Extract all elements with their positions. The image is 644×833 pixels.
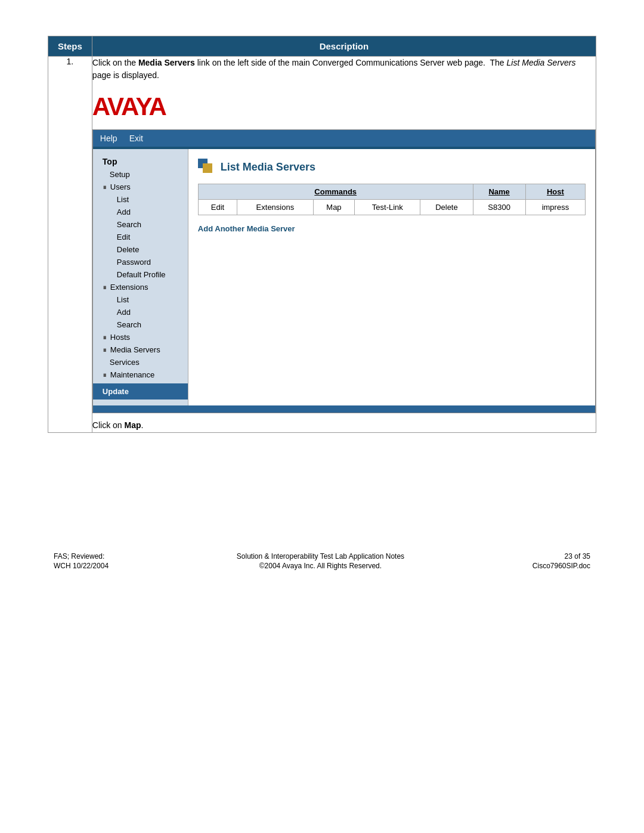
sidebar-item-setup[interactable]: Setup <box>93 168 188 181</box>
footer-right: 23 of 35 Cisco7960SIP.doc <box>532 552 590 570</box>
cmd-extensions[interactable]: Extensions <box>256 203 295 212</box>
commands-header: Commands <box>198 184 473 200</box>
sidebar-item-users[interactable]: ∎ Users <box>93 181 188 193</box>
ccs-footer-strip <box>93 405 595 413</box>
ccs-interface-box: Help Exit Top Setup ∎ <box>92 129 596 413</box>
sidebar-item-top[interactable]: Top <box>93 155 188 168</box>
name-header: Name <box>473 184 525 200</box>
footer-right-line1: 23 of 35 <box>532 552 590 561</box>
sidebar-item-search2[interactable]: Search <box>93 318 188 331</box>
sidebar-item-default-profile[interactable]: Default Profile <box>93 268 188 281</box>
page-wrapper: Steps Description 1. Click on the Media … <box>0 0 644 833</box>
description-header: Description <box>92 36 596 57</box>
menu-exit[interactable]: Exit <box>129 134 143 143</box>
media-servers-bold: Media Servers <box>138 58 195 67</box>
footer-left: FAS; Reviewed: WCH 10/22/2004 <box>54 552 109 570</box>
page-heading: List Media Servers <box>198 159 586 175</box>
steps-header: Steps <box>48 36 92 57</box>
footer-right-line2: Cisco7960SIP.doc <box>532 562 590 570</box>
sidebar-item-media-servers[interactable]: ∎ Media Servers <box>93 343 188 356</box>
menu-bar: Help Exit <box>93 130 595 147</box>
maintenance-toggle-icon: ∎ <box>103 371 107 379</box>
icon-sq2 <box>203 163 212 173</box>
sidebar-item-add2[interactable]: Add <box>93 306 188 318</box>
sidebar-item-list1[interactable]: List <box>93 193 188 206</box>
footer-center-line1: Solution & Interoperability Test Lab App… <box>237 552 404 561</box>
step-number: 1. <box>48 57 92 433</box>
sidebar-item-maintenance[interactable]: ∎ Maintenance <box>93 368 188 381</box>
table-row: Edit Extensions Map Test-Link Delete S83… <box>198 200 585 215</box>
cmd-test-link[interactable]: Test-Link <box>372 203 403 212</box>
map-bold: Map <box>125 420 141 430</box>
menu-help[interactable]: Help <box>100 134 117 143</box>
hosts-toggle-icon: ∎ <box>103 333 107 341</box>
step-description-cell: Click on the Media Servers link on the l… <box>92 57 596 433</box>
media-servers-toggle-icon: ∎ <box>103 346 107 354</box>
sidebar-item-update[interactable]: Update <box>93 383 188 400</box>
list-media-servers-italic: List Media Servers <box>507 58 576 67</box>
sidebar-item-edit1[interactable]: Edit <box>93 231 188 243</box>
sidebar-item-delete1[interactable]: Delete <box>93 243 188 256</box>
page-icon <box>198 159 215 175</box>
footer-center: Solution & Interoperability Test Lab App… <box>237 552 404 570</box>
footer-center-line2: ©2004 Avaya Inc. All Rights Reserved. <box>237 562 404 570</box>
cmd-edit[interactable]: Edit <box>211 203 224 212</box>
sidebar-item-extensions[interactable]: ∎ Extensions <box>93 281 188 293</box>
add-another-link[interactable]: Add Another Media Server <box>198 224 295 233</box>
click-map-paragraph: Click on Map. <box>92 413 596 432</box>
row-host: impress <box>525 200 585 215</box>
cmd-map[interactable]: Map <box>326 203 341 212</box>
sidebar-item-list2[interactable]: List <box>93 293 188 306</box>
avaya-logo: AVAYA <box>92 92 166 121</box>
extensions-toggle-icon: ∎ <box>103 283 107 291</box>
main-panel: List Media Servers Commands Name Host <box>188 149 595 405</box>
footer-left-line2: WCH 10/22/2004 <box>54 562 109 570</box>
sidebar-item-password[interactable]: Password <box>93 256 188 268</box>
sidebar-item-hosts[interactable]: ∎ Hosts <box>93 331 188 343</box>
page-title: List Media Servers <box>221 161 315 174</box>
sidebar-item-add1[interactable]: Add <box>93 206 188 218</box>
sidebar-item-services[interactable]: Services <box>93 356 188 368</box>
footer-left-line1: FAS; Reviewed: <box>54 552 109 561</box>
step1-description: Click on the Media Servers link on the l… <box>92 57 596 82</box>
main-table: Steps Description 1. Click on the Media … <box>48 36 596 433</box>
bottom-footer: FAS; Reviewed: WCH 10/22/2004 Solution &… <box>48 552 596 570</box>
users-toggle-icon: ∎ <box>103 183 107 191</box>
sidebar: Top Setup ∎ Users List Add Search Edit <box>93 149 188 405</box>
content-area: Top Setup ∎ Users List Add Search Edit <box>93 149 595 405</box>
cmd-delete[interactable]: Delete <box>435 203 458 212</box>
row-name: S8300 <box>473 200 525 215</box>
sidebar-item-search1[interactable]: Search <box>93 218 188 231</box>
commands-table: Commands Name Host Edit Extensio <box>198 184 586 215</box>
host-header: Host <box>525 184 585 200</box>
